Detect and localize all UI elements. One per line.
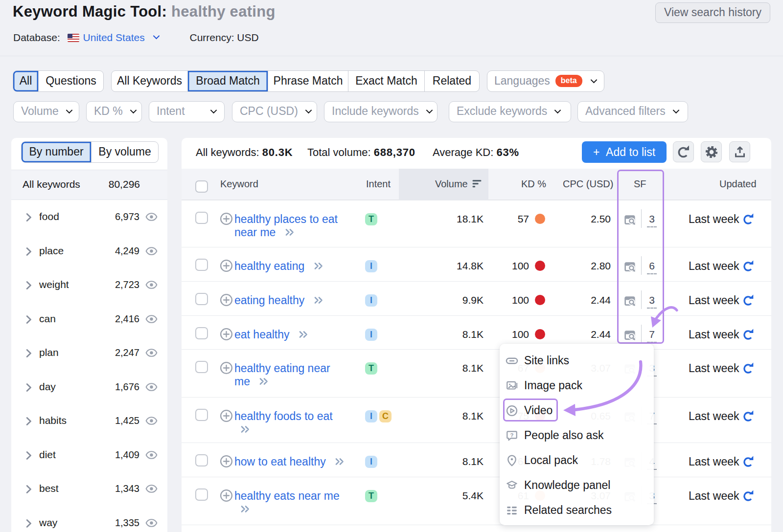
svg-text:?: ? [510, 432, 514, 438]
